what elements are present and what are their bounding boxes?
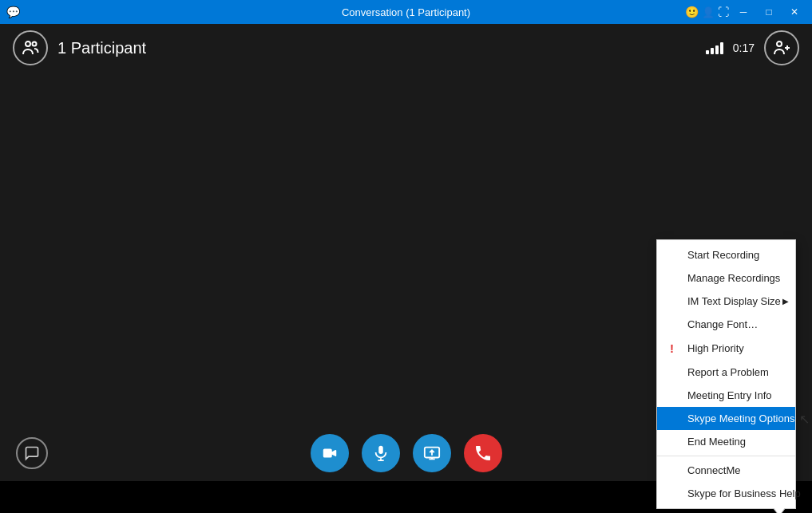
menu-item-manage-recordings[interactable]: Manage Recordings (657, 266, 795, 290)
fullscreen-button[interactable]: ⛶ (718, 6, 729, 18)
maximize-button[interactable]: □ (758, 3, 780, 21)
close-button[interactable]: ✕ (783, 3, 806, 21)
title-bar: 💬 Conversation (1 Participant) 🙂 👤 ⛶ ─ □… (0, 0, 812, 24)
bottom-left (16, 437, 48, 469)
submenu-arrow: ▶ (782, 297, 789, 306)
signal-bars (706, 41, 723, 54)
participants-icon (21, 38, 40, 57)
menu-item-end-meeting[interactable]: End Meeting (657, 430, 795, 453)
chat-icon (24, 445, 40, 461)
title-bar-title: Conversation (1 Participant) (342, 6, 470, 18)
signal-bar-4 (720, 42, 723, 54)
video-icon (321, 444, 339, 462)
svg-point-1 (33, 42, 37, 46)
minimize-button[interactable]: ─ (732, 3, 755, 21)
participant-count: 1 Participant (57, 39, 146, 57)
hangup-icon (473, 444, 493, 463)
svg-rect-5 (378, 446, 383, 454)
cursor-indicator: ↖ (799, 411, 810, 426)
mic-icon (372, 444, 390, 462)
menu-item-skype-meeting-options[interactable]: Skype Meeting Options ↖ (657, 407, 795, 430)
signal-bar-2 (711, 48, 714, 54)
participants-icon-button[interactable] (13, 30, 48, 65)
high-priority-icon: ! (670, 341, 683, 355)
share-screen-button[interactable] (413, 434, 451, 472)
svg-point-0 (26, 41, 30, 46)
video-button[interactable] (311, 434, 349, 472)
menu-item-start-recording[interactable]: Start Recording (657, 243, 795, 266)
menu-tail (773, 508, 786, 513)
call-timer: 0:17 (733, 41, 755, 54)
menu-item-high-priority[interactable]: ! High Priority (657, 336, 795, 361)
title-bar-controls: 🙂 👤 ⛶ ─ □ ✕ (685, 3, 806, 21)
svg-point-2 (777, 41, 782, 46)
menu-separator (657, 456, 795, 456)
add-participant-button[interactable] (764, 30, 799, 65)
signal-bar-1 (706, 50, 709, 54)
contacts-button[interactable]: 👤 (702, 6, 715, 18)
header-right: 0:17 (706, 30, 799, 65)
app-icon: 💬 (6, 6, 20, 18)
menu-item-connect-me[interactable]: ConnectMe (657, 459, 795, 482)
mic-button[interactable] (362, 434, 400, 472)
main-area: 1 Participant 0:17 S (0, 24, 812, 481)
menu-item-change-font[interactable]: Change Font… (657, 313, 795, 336)
menu-item-report-problem[interactable]: Report a Problem (657, 361, 795, 384)
title-bar-left: 💬 (6, 6, 20, 18)
hangup-button[interactable] (464, 434, 502, 472)
menu-item-skype-help[interactable]: Skype for Business Help (657, 482, 795, 505)
bottom-center (311, 434, 502, 472)
header-bar: 1 Participant 0:17 (0, 24, 812, 72)
menu-item-im-text-display-size[interactable]: IM Text Display Size ▶ (657, 290, 795, 313)
header-left: 1 Participant (13, 30, 146, 65)
menu-item-meeting-entry-info[interactable]: Meeting Entry Info (657, 384, 795, 407)
chat-button[interactable] (16, 437, 48, 469)
emoji-button[interactable]: 🙂 (685, 6, 699, 18)
share-screen-icon (423, 444, 441, 462)
context-menu: Start Recording Manage Recordings IM Tex… (656, 239, 796, 509)
signal-bar-3 (715, 45, 719, 54)
add-participant-icon (772, 38, 791, 57)
